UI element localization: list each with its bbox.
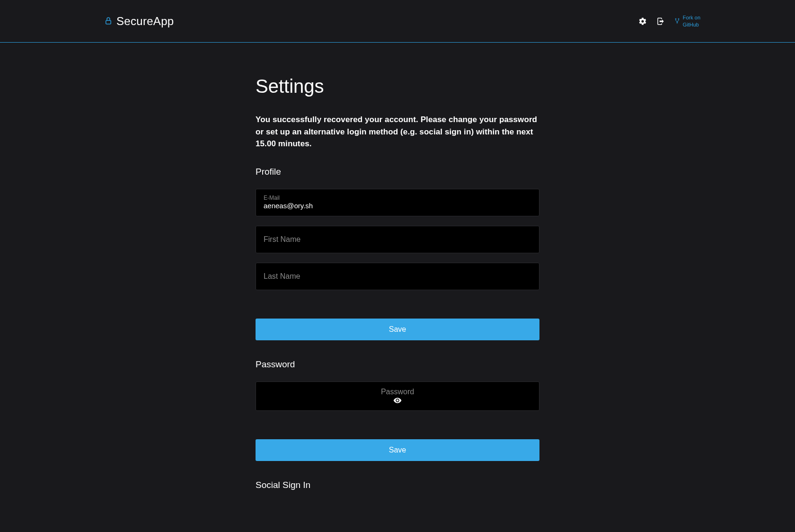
brand[interactable]: SecureApp xyxy=(104,15,174,28)
eye-icon[interactable] xyxy=(393,396,402,405)
last-name-placeholder: Last Name xyxy=(264,272,531,281)
main-content: Settings You successfully recovered your… xyxy=(256,43,539,531)
first-name-field-group[interactable]: First Name xyxy=(256,226,539,253)
brand-name: SecureApp xyxy=(116,15,174,28)
email-field[interactable] xyxy=(264,202,531,210)
save-profile-button[interactable]: Save xyxy=(256,319,539,340)
fork-icon xyxy=(674,18,680,25)
fork-label: Fork on GitHub xyxy=(683,14,700,28)
page-title: Settings xyxy=(256,76,539,97)
svg-rect-0 xyxy=(106,20,111,24)
email-label: E-Mail xyxy=(264,195,531,201)
svg-point-3 xyxy=(677,22,678,23)
lock-icon xyxy=(104,17,113,26)
password-section-title: Password xyxy=(256,359,539,370)
logout-icon[interactable] xyxy=(656,17,665,26)
last-name-field-group[interactable]: Last Name xyxy=(256,263,539,290)
save-password-button[interactable]: Save xyxy=(256,439,539,461)
profile-section-title: Profile xyxy=(256,167,539,177)
first-name-placeholder: First Name xyxy=(264,235,531,244)
svg-point-1 xyxy=(675,18,676,19)
gear-icon[interactable] xyxy=(638,17,647,26)
recovery-notice: You successfully recovered your account.… xyxy=(256,114,539,150)
svg-point-2 xyxy=(678,18,679,19)
password-field-group[interactable]: Password xyxy=(256,381,539,411)
social-section-title: Social Sign In xyxy=(256,480,539,490)
header-actions: Fork on GitHub xyxy=(638,14,700,28)
email-field-group[interactable]: E-Mail xyxy=(256,189,539,216)
password-placeholder: Password xyxy=(381,388,414,396)
app-header: SecureApp Fork on GitHub xyxy=(0,0,795,43)
fork-github-link[interactable]: Fork on GitHub xyxy=(674,14,700,28)
